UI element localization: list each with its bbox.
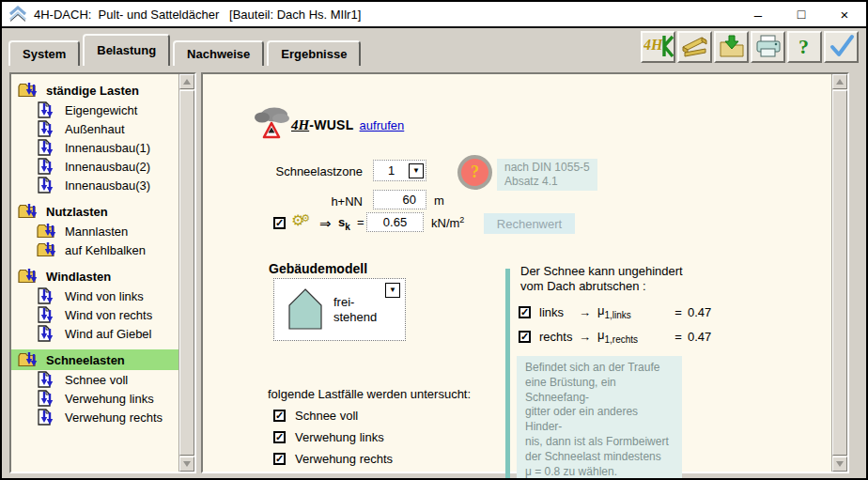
sidebar: ständige LastenEigengewichtAußenhautInne… bbox=[9, 72, 196, 473]
folder-load-icon bbox=[37, 223, 60, 240]
window-title: 4H-DACH: Pult- und Satteldächer [Bauteil… bbox=[34, 8, 361, 22]
save-icon bbox=[719, 34, 745, 61]
sk-checkbox[interactable]: ✓ bbox=[273, 217, 286, 229]
tree-group-nutzlasten[interactable]: Nutzlasten bbox=[11, 201, 178, 222]
sk-equals: = bbox=[357, 215, 364, 229]
abrutschen-rechts-checkbox[interactable]: ✓ bbox=[519, 331, 531, 343]
scroll-up-icon bbox=[836, 79, 844, 85]
lastfall-verwehung-rechts-checkbox[interactable]: ✓ bbox=[273, 453, 286, 465]
tab-system[interactable]: System bbox=[8, 40, 80, 66]
document-load-icon bbox=[37, 306, 60, 323]
tree-group-label: Nutzlasten bbox=[46, 205, 108, 219]
lastfall-schnee-voll-checkbox[interactable]: ✓ bbox=[273, 410, 286, 422]
hnn-input[interactable]: 60 bbox=[373, 190, 426, 209]
combo-arrow-icon: ▼ bbox=[389, 286, 396, 294]
tree-item-innenausbau-2[interactable]: Innenausbau(2) bbox=[11, 157, 178, 176]
abrutschen-row-links: ✓links→μ1,links=0.47 bbox=[519, 300, 711, 324]
4h-logo-button[interactable]: 4H bbox=[641, 31, 675, 63]
tree-item-verwehung-rechts[interactable]: Verwehung rechts bbox=[11, 408, 178, 426]
folder-load-icon bbox=[18, 268, 41, 285]
main-panel: 4H-WUSLaufrufen Schneelastzone 1 ▼ ? nac… bbox=[201, 72, 849, 473]
main-scroll-up-button[interactable] bbox=[832, 74, 847, 89]
document-load-icon bbox=[37, 101, 60, 118]
sidebar-scroll-down-button[interactable] bbox=[179, 457, 194, 472]
snow-warning-cloud-icon bbox=[252, 104, 291, 143]
help-button[interactable]: ? bbox=[787, 31, 822, 63]
hinweis-line: μ = 0.8 zu wählen. bbox=[525, 465, 617, 478]
wusl-block: 4H-WUSLaufrufen bbox=[291, 117, 404, 133]
gebaeudemodell-select[interactable]: frei- stehend ▼ bbox=[273, 278, 406, 341]
print-button[interactable] bbox=[751, 31, 785, 63]
tree-item-wind-von-links[interactable]: Wind von links bbox=[11, 286, 178, 305]
minimize-button[interactable]: – bbox=[736, 2, 780, 26]
tab-nachweise[interactable]: Nachweise bbox=[173, 40, 264, 66]
sk-value: 0.65 bbox=[383, 215, 407, 229]
tree-item-außenhaut[interactable]: Außenhaut bbox=[11, 119, 178, 138]
content: ständige LastenEigengewichtAußenhautInne… bbox=[2, 68, 866, 478]
tree-item-auf-kehlbalken[interactable]: auf Kehlbalken bbox=[11, 240, 178, 259]
folder-load-icon bbox=[18, 351, 41, 368]
gebaeudemodell-dropdown-button[interactable]: ▼ bbox=[385, 283, 400, 298]
lastfall-verwehung-links-checkbox[interactable]: ✓ bbox=[273, 431, 286, 443]
tree-item-eigengewicht[interactable]: Eigengewicht bbox=[11, 101, 178, 119]
4h-logo-icon: 4H bbox=[643, 34, 674, 61]
tree-group-schneelasten[interactable]: Schneelasten bbox=[11, 349, 178, 370]
tree-item-innenausbau-3[interactable]: Innenausbau(3) bbox=[11, 176, 178, 194]
abrutschen-links-checkbox[interactable]: ✓ bbox=[519, 306, 531, 318]
tree-item-wind-auf-giebel[interactable]: Wind auf Giebel bbox=[11, 324, 178, 343]
tree-item-label: Verwehung links bbox=[65, 392, 154, 406]
house-icon bbox=[287, 287, 323, 333]
tree-item-label: auf Kehlbalken bbox=[65, 243, 146, 257]
close-button[interactable]: × bbox=[823, 2, 866, 26]
sk-symbol: sk bbox=[338, 215, 350, 232]
lastfall-row-schnee-voll: ✓Schnee voll bbox=[273, 405, 393, 426]
document-load-icon bbox=[37, 120, 60, 137]
tree-item-verwehung-links[interactable]: Verwehung links bbox=[11, 389, 178, 408]
tree-item-label: Wind von rechts bbox=[65, 308, 152, 322]
tree-item-mannlasten[interactable]: Mannlasten bbox=[11, 222, 178, 240]
help-icon: ? bbox=[796, 34, 814, 61]
timber-button[interactable] bbox=[677, 31, 712, 63]
scroll-up-icon bbox=[183, 79, 191, 85]
tree-item-label: Mannlasten bbox=[65, 225, 128, 239]
document-load-icon bbox=[37, 158, 60, 175]
tree-item-label: Innenausbau(2) bbox=[65, 160, 150, 174]
main-scroll-down-button[interactable] bbox=[832, 457, 847, 472]
tree-item-wind-von-rechts[interactable]: Wind von rechts bbox=[11, 305, 178, 324]
gebaeudemodell-title: Gebäudemodell bbox=[269, 261, 367, 276]
rechenwert-button[interactable]: Rechenwert bbox=[484, 213, 575, 234]
scroll-down-icon bbox=[183, 461, 191, 467]
sidebar-scrollbar-thumb[interactable] bbox=[179, 90, 194, 456]
tree-item-label: Verwehung rechts bbox=[65, 410, 163, 425]
tree-group-ständige-lasten[interactable]: ständige Lasten bbox=[11, 80, 178, 101]
tabbar: SystemBelastungNachweiseErgebnisse 4H? bbox=[2, 28, 866, 66]
tree-item-innenausbau-1[interactable]: Innenausbau(1) bbox=[11, 138, 178, 157]
tab-ergebnisse[interactable]: Ergebnisse bbox=[267, 40, 361, 66]
maximize-button[interactable]: □ bbox=[780, 2, 823, 26]
sk-input[interactable]: 0.65 bbox=[366, 212, 424, 232]
schneelastzone-dropdown-button[interactable]: ▼ bbox=[409, 163, 424, 178]
help-din-button[interactable]: ? bbox=[457, 155, 492, 190]
tab-belastung[interactable]: Belastung bbox=[83, 34, 170, 66]
hinweis-line: Befindet sich an der Traufe bbox=[525, 361, 659, 374]
wusl-aufrufen-link[interactable]: aufrufen bbox=[360, 118, 405, 132]
tab-strip: SystemBelastungNachweiseErgebnisse bbox=[8, 34, 364, 66]
abrutschen-rows: ✓links→μ1,links=0.47✓rechts→μ1,rechts=0.… bbox=[519, 300, 711, 348]
combo-arrow-icon: ▼ bbox=[412, 167, 420, 175]
document-load-icon bbox=[37, 177, 60, 194]
tree-group-windlasten[interactable]: Windlasten bbox=[11, 266, 178, 286]
tree-item-schnee-voll[interactable]: Schnee voll bbox=[11, 370, 178, 389]
main-scrollbar[interactable] bbox=[831, 74, 847, 472]
hnn-value: 60 bbox=[403, 193, 416, 207]
save-button[interactable] bbox=[714, 31, 749, 63]
document-load-icon bbox=[37, 325, 60, 342]
sidebar-scrollbar[interactable] bbox=[178, 74, 194, 472]
main-scrollbar-thumb[interactable] bbox=[832, 90, 847, 456]
schneelastzone-select[interactable]: 1 ▼ bbox=[373, 160, 426, 181]
titlebar: 4H-DACH: Pult- und Satteldächer [Bauteil… bbox=[2, 2, 866, 28]
confirm-button[interactable] bbox=[824, 31, 859, 63]
tree-group-label: Schneelasten bbox=[46, 353, 125, 367]
tree-group-label: Windlasten bbox=[46, 270, 111, 284]
sidebar-scroll-up-button[interactable] bbox=[179, 74, 194, 89]
document-load-icon bbox=[37, 371, 60, 388]
